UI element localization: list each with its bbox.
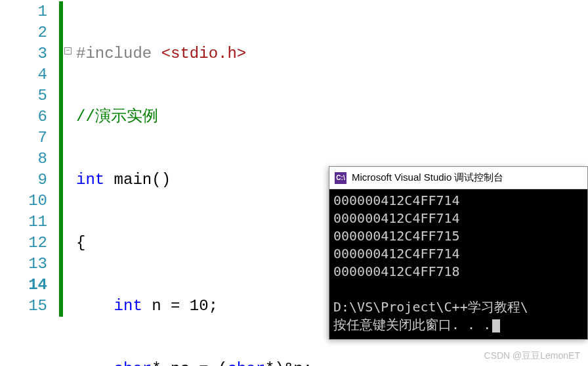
line-number[interactable]: 7	[0, 127, 47, 149]
line-number[interactable]: 3	[0, 43, 47, 64]
console-line: 000000412C4FF718	[333, 263, 460, 279]
console-prompt: 按任意键关闭此窗口. . .	[333, 317, 491, 332]
line-number[interactable]: 8	[0, 149, 47, 170]
line-number[interactable]: 15	[0, 296, 47, 317]
line-number[interactable]: 1	[0, 1, 47, 22]
line-number[interactable]: 2	[0, 22, 47, 43]
console-line: 000000412C4FF714	[333, 193, 460, 208]
console-titlebar[interactable]: C:\ Microsoft Visual Studio 调试控制台	[329, 167, 587, 189]
line-number[interactable]: 11	[0, 212, 47, 233]
console-line: 000000412C4FF715	[333, 228, 460, 244]
line-number[interactable]: 6	[0, 106, 47, 127]
code-line: #include <stdio.h>	[76, 43, 331, 64]
vs-console-icon: C:\	[335, 172, 346, 184]
watermark: CSDN @豆豆LemonET	[484, 350, 580, 362]
line-number[interactable]: 9	[0, 170, 47, 191]
code-line: {	[76, 233, 331, 254]
fold-toggle-icon[interactable]: −	[64, 47, 72, 55]
fold-column: −	[63, 0, 76, 366]
code-line: char* pc = (char*)&n;	[76, 359, 331, 366]
console-line: 000000412C4FF714	[333, 210, 460, 226]
line-number[interactable]: 4	[0, 64, 47, 85]
line-number[interactable]: 5	[0, 85, 47, 106]
code-line: //演示实例	[76, 106, 331, 127]
line-number[interactable]: 13	[0, 254, 47, 275]
code-line: int main()	[76, 170, 331, 191]
console-title: Microsoft Visual Studio 调试控制台	[352, 172, 503, 184]
console-path: D:\VS\Project\C++学习教程\	[333, 299, 528, 315]
line-number[interactable]: 12	[0, 233, 47, 254]
console-output[interactable]: 000000412C4FF714 000000412C4FF714 000000…	[329, 189, 587, 339]
console-line: 000000412C4FF714	[333, 246, 460, 262]
cursor-icon	[492, 319, 500, 332]
line-number[interactable]: 14	[0, 275, 47, 296]
debug-console-window[interactable]: C:\ Microsoft Visual Studio 调试控制台 000000…	[329, 166, 588, 340]
code-area[interactable]: #include <stdio.h> //演示实例 int main() { i…	[76, 0, 331, 366]
line-gutter: 1 2 3 4 5 6 7 8 9 10 11 12 13 14 15	[0, 0, 59, 366]
code-line: int n = 10;	[76, 296, 331, 317]
line-number[interactable]: 10	[0, 191, 47, 212]
